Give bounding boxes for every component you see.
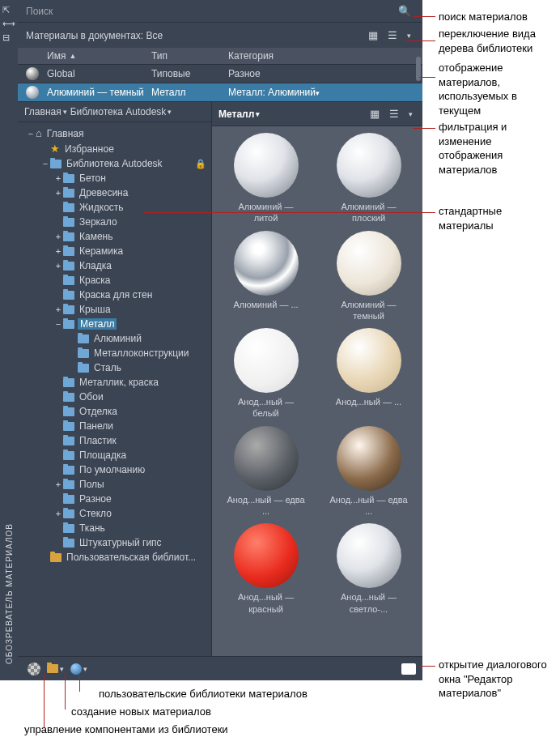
library-manage-button[interactable]: ▾ <box>44 663 67 675</box>
search-icon[interactable]: 🔍 <box>395 3 414 19</box>
callout-line <box>144 212 435 213</box>
tree-node[interactable]: Ткань <box>18 521 211 535</box>
folder-icon <box>63 174 74 183</box>
tree-node[interactable]: Краска для стен <box>18 288 211 302</box>
callout-user-libs: пользовательские библиотеки материалов <box>99 687 342 701</box>
breadcrumb-home[interactable]: Главная ▾ <box>24 106 67 117</box>
row-dropdown-caret[interactable]: ▾ <box>316 89 320 97</box>
tree-node[interactable]: По умолчанию <box>18 462 211 477</box>
tree-node[interactable]: Отделка <box>18 404 211 419</box>
tree-node-autodesk-lib[interactable]: −Библиотека Autodesk🔒 <box>18 156 211 171</box>
tree-node[interactable]: +Керамика <box>18 244 211 258</box>
callout-line <box>413 128 435 129</box>
tree-node[interactable]: Металлоконструкции <box>18 346 211 360</box>
material-thumb[interactable]: Анод...ный — ... <box>321 328 416 420</box>
tree-node[interactable]: +Полы <box>18 477 211 492</box>
tree-node[interactable]: +Крыша <box>18 302 211 317</box>
tree-node[interactable]: +Кладка <box>18 258 211 273</box>
material-thumb[interactable]: Алюминий — плоский <box>321 133 416 224</box>
material-preview-icon <box>337 231 401 296</box>
tree-node[interactable]: Краска <box>18 273 211 288</box>
material-thumb[interactable]: Анод...ный — белый <box>218 328 313 420</box>
pin-icon[interactable]: ⇱ <box>2 5 15 15</box>
folder-icon <box>63 407 74 416</box>
folder-icon <box>63 480 74 489</box>
tree-node-user-lib[interactable]: Пользовательская библиот... <box>18 550 211 565</box>
close-panel-icon[interactable]: ⊟ <box>2 32 15 43</box>
folder-icon <box>63 305 74 314</box>
callout-line <box>65 674 66 710</box>
collapse-icon[interactable]: ⟷ <box>2 19 15 29</box>
tree-node[interactable]: Сталь <box>18 360 211 375</box>
tree-node[interactable]: Алюминий <box>18 331 211 346</box>
material-thumb[interactable]: Анод...ный — едва ... <box>321 426 416 518</box>
material-thumb[interactable]: Анод...ный — светло-... <box>321 523 416 615</box>
thumbnail-grid[interactable]: Алюминий — литой Алюминий — плоский Алюм… <box>212 126 422 656</box>
folder-icon <box>50 160 62 168</box>
checker-button[interactable] <box>24 661 44 677</box>
tree-node-metal[interactable]: −Металл <box>18 317 211 331</box>
thumbnail-column: Металл ▾ ▦ ☰ ▾ Алюминий — литой Алюминий… <box>212 102 422 656</box>
material-thumb[interactable]: Анод...ный — едва ... <box>218 426 313 518</box>
tree-node[interactable]: +Стекло <box>18 506 211 521</box>
search-input[interactable] <box>26 6 395 17</box>
tree-node[interactable]: Зеркало <box>18 215 211 229</box>
thumb-dropdown-caret[interactable]: ▾ <box>405 109 416 120</box>
callout-editor: открытие диалогового окна "Редактор мате… <box>439 658 552 701</box>
folder-icon <box>63 539 74 548</box>
document-materials-header: Материалы в документах: Все ▦ ☰ ▾ <box>18 23 422 48</box>
tree-node[interactable]: Металлик, краска <box>18 375 211 390</box>
star-icon: ★ <box>50 143 60 155</box>
tree-node[interactable]: Разное <box>18 492 211 506</box>
material-preview-icon <box>337 523 401 588</box>
material-thumb[interactable]: Алюминий — ... <box>218 231 313 322</box>
folder-icon <box>63 247 74 256</box>
col-header-category[interactable]: Категория <box>228 50 414 62</box>
material-thumb[interactable]: Алюминий — темный <box>321 231 416 322</box>
tree-node[interactable]: Штукатурный гипс <box>18 535 211 550</box>
folder-icon <box>63 422 74 431</box>
tree-node[interactable]: +Бетон <box>18 171 211 185</box>
folder-icon <box>63 291 74 300</box>
folder-icon <box>63 524 74 533</box>
material-preview-icon <box>337 133 401 198</box>
col-header-type[interactable]: Тип <box>151 50 228 62</box>
thumb-grid-icon[interactable]: ▦ <box>367 106 383 121</box>
material-thumb[interactable]: Алюминий — литой <box>218 133 313 224</box>
folder-icon <box>63 378 74 387</box>
folder-icon <box>63 437 74 445</box>
table-header-row[interactable]: Имя ▲ Тип Категория <box>18 48 422 64</box>
library-tree[interactable]: −⌂Главная ★Избранное −Библиотека Autodes… <box>18 122 211 656</box>
col-header-name[interactable]: Имя ▲ <box>26 50 151 62</box>
tree-node[interactable]: Пластик <box>18 433 211 448</box>
tree-node-favorites[interactable]: ★Избранное <box>18 141 211 156</box>
folder-icon <box>63 203 74 212</box>
open-editor-button[interactable] <box>401 663 416 675</box>
material-swatch-icon <box>26 86 39 99</box>
folder-icon <box>63 393 74 402</box>
tree-node[interactable]: +Камень <box>18 229 211 244</box>
thumb-list-icon[interactable]: ☰ <box>386 106 402 121</box>
folder-icon <box>78 335 89 343</box>
lock-icon: 🔒 <box>195 159 206 169</box>
callout-line <box>413 16 435 17</box>
tree-node[interactable]: Панели <box>18 419 211 433</box>
material-thumb[interactable]: Анод...ный — красный <box>218 523 313 615</box>
view-dropdown-caret[interactable]: ▾ <box>404 30 414 41</box>
material-preview-icon <box>234 523 299 588</box>
folder-icon <box>50 553 62 562</box>
breadcrumb-current[interactable]: Металл ▾ <box>218 109 260 120</box>
tree-node[interactable]: Площадка <box>18 448 211 462</box>
material-preview-icon <box>337 426 401 491</box>
table-row[interactable]: Алюминий — темный Металл Металл: Алюмини… <box>18 83 422 101</box>
list-view-icon[interactable]: ☰ <box>384 28 401 43</box>
folder-icon <box>47 664 58 673</box>
search-row: 🔍 <box>18 0 422 23</box>
grid-view-icon[interactable]: ▦ <box>365 28 381 43</box>
folder-icon <box>63 232 74 241</box>
table-row[interactable]: Global Типовые Разное <box>18 64 422 83</box>
breadcrumb-library[interactable]: Библиотека Autodesk ▾ <box>70 106 172 117</box>
tree-node[interactable]: +Древесина <box>18 185 211 200</box>
tree-node[interactable]: Обои <box>18 390 211 404</box>
tree-node-home[interactable]: −⌂Главная <box>18 126 211 141</box>
